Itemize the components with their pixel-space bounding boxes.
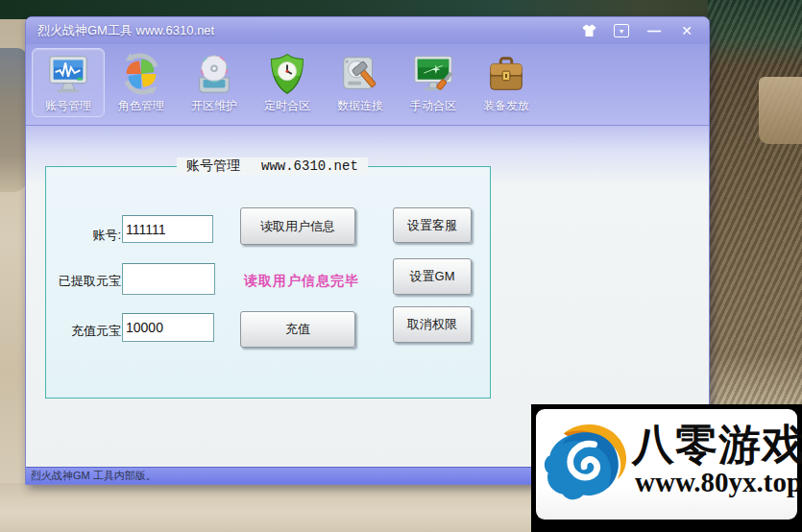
logo-title: 八零游戏 <box>632 417 802 473</box>
read-user-info-button[interactable]: 读取用户信息 <box>240 207 355 245</box>
read-status-message: 读取用户信息完毕 <box>244 273 359 290</box>
skin-shirt-icon[interactable] <box>580 22 597 39</box>
toolbar-item-timed-merge[interactable]: 定时合区 <box>251 48 324 117</box>
recharge-yuanbao-label: 充值元宝 <box>52 323 121 340</box>
toolbar-item-role-manage[interactable]: 角色管理 <box>105 48 178 117</box>
toolbar-item-label: 账号管理 <box>45 98 91 114</box>
dropdown-box-icon[interactable]: ▾ <box>613 22 630 39</box>
logo-site-url[interactable]: www.80yx.top <box>635 467 802 498</box>
background-rock <box>708 0 802 415</box>
account-input[interactable] <box>122 215 213 243</box>
pinwheel-refresh-icon <box>119 52 163 96</box>
logo-panel: 八零游戏 www.80yx.top <box>531 404 802 532</box>
toolbar-item-data-connect[interactable]: 数据连接 <box>324 48 397 117</box>
toolbar: 账号管理 角色管理 <box>26 44 709 126</box>
toolbar-item-equip-grant[interactable]: 装备发放 <box>470 48 543 117</box>
recharge-yuanbao-input[interactable] <box>122 313 214 342</box>
extracted-yuanbao-input[interactable] <box>122 263 215 295</box>
account-label: 账号: <box>63 227 121 244</box>
account-manage-groupbox: 账号管理www.6310.net 账号: 读取用户信息 设置客服 已提取元宝 读… <box>45 166 491 399</box>
minimize-button[interactable]: — <box>645 22 663 39</box>
toolbar-item-label: 定时合区 <box>264 98 310 114</box>
groupbox-legend: 账号管理www.6310.net <box>177 157 368 175</box>
monitor-waveform-icon <box>46 52 90 96</box>
window-title: 烈火战神GM工具 www.6310.net <box>26 22 214 39</box>
cd-disc-icon <box>192 52 236 96</box>
toolbar-item-label: 数据连接 <box>337 98 383 114</box>
monitor-wand-icon <box>411 52 455 96</box>
toolbar-item-label: 装备发放 <box>483 98 529 114</box>
briefcase-icon <box>484 52 528 96</box>
toolbar-item-manual-merge[interactable]: 手动合区 <box>397 48 470 117</box>
logo-card[interactable]: 八零游戏 www.80yx.top <box>536 409 797 520</box>
background-rock-slab <box>759 77 802 144</box>
titlebar[interactable]: 烈火战神GM工具 www.6310.net ▾ — ✕ <box>26 17 709 44</box>
shield-clock-icon <box>265 52 309 96</box>
groupbox-site-label: www.6310.net <box>261 158 358 174</box>
drive-hammer-icon <box>338 52 382 96</box>
close-button[interactable]: ✕ <box>678 22 695 39</box>
toolbar-item-label: 角色管理 <box>118 98 164 114</box>
desktop: 烈火战神GM工具 www.6310.net ▾ — ✕ <box>0 0 802 532</box>
cloud-swirl-logo-icon <box>540 417 632 509</box>
recharge-button[interactable]: 充值 <box>240 311 355 348</box>
background-rocks-left <box>0 48 27 192</box>
groupbox-title: 账号管理 <box>186 157 240 173</box>
toolbar-item-server-maintain[interactable]: 开区维护 <box>178 48 251 117</box>
extracted-yuanbao-label: 已提取元宝 <box>52 273 121 290</box>
window-controls: ▾ — ✕ <box>580 17 695 44</box>
toolbar-item-account-manage[interactable]: 账号管理 <box>32 48 105 117</box>
statusbar-text: 烈火战神GM 工具内部版。 <box>26 469 157 483</box>
cancel-permission-button[interactable]: 取消权限 <box>393 306 472 343</box>
set-gm-button[interactable]: 设置GM <box>393 258 472 295</box>
toolbar-item-label: 开区维护 <box>191 98 237 114</box>
set-service-button[interactable]: 设置客服 <box>393 207 472 243</box>
toolbar-item-label: 手动合区 <box>410 98 456 114</box>
